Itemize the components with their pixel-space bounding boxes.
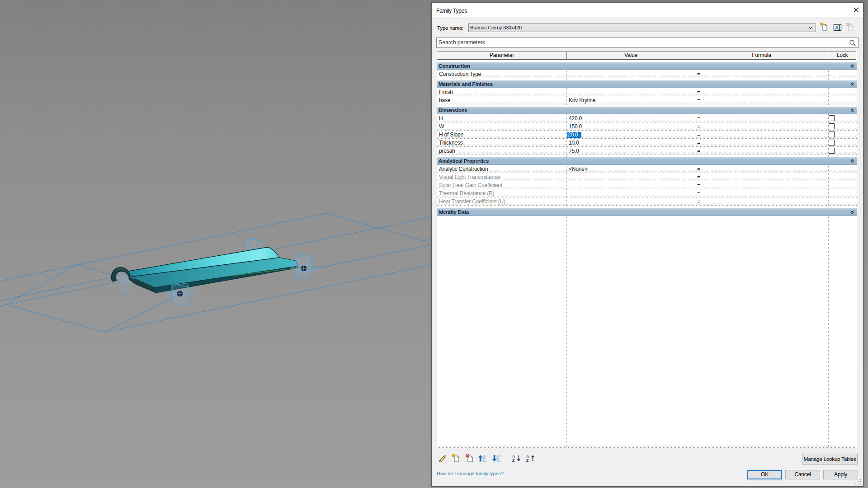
svg-text:Z: Z bbox=[526, 458, 528, 462]
svg-text:A: A bbox=[835, 25, 839, 30]
svg-text:Z: Z bbox=[512, 458, 514, 462]
